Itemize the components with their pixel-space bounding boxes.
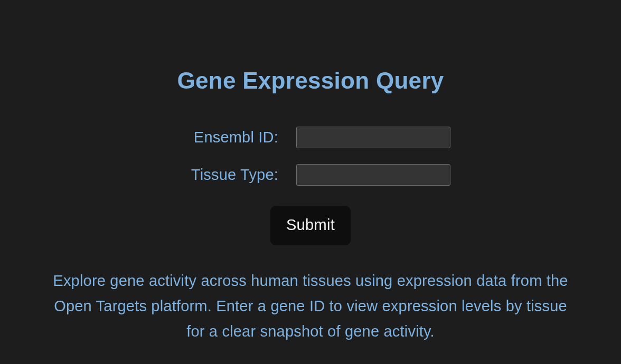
query-form: Ensembl ID: Tissue Type: Submit xyxy=(171,127,450,245)
ensembl-id-input[interactable] xyxy=(296,127,450,148)
tissue-type-row: Tissue Type: xyxy=(171,164,450,186)
ensembl-id-row: Ensembl ID: xyxy=(171,127,450,148)
main-container: Gene Expression Query Ensembl ID: Tissue… xyxy=(0,0,621,344)
ensembl-id-label: Ensembl ID: xyxy=(171,129,296,146)
page-title: Gene Expression Query xyxy=(177,68,444,94)
tissue-type-input[interactable] xyxy=(296,164,450,186)
tissue-type-label: Tissue Type: xyxy=(171,166,296,184)
description-text: Explore gene activity across human tissu… xyxy=(53,269,568,344)
submit-button[interactable]: Submit xyxy=(270,206,351,245)
